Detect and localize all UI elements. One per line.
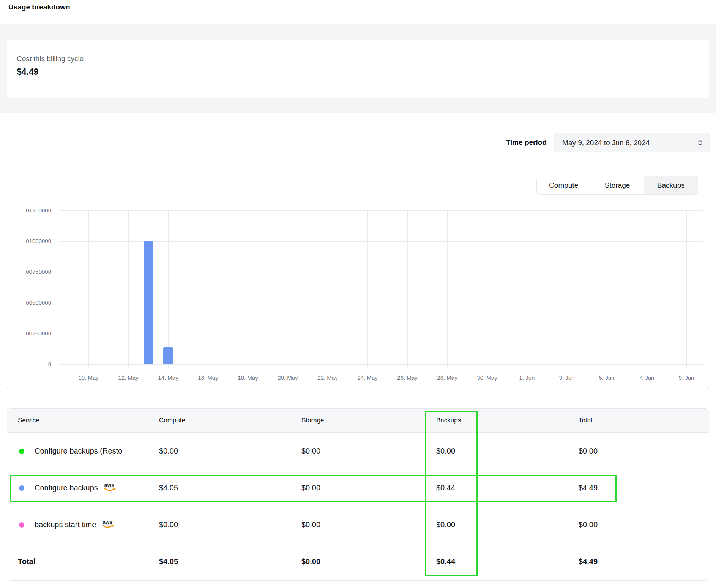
cell-compute: $0.00	[159, 433, 178, 469]
x-gridline	[248, 210, 248, 369]
cell-service: Configure backupsaws	[35, 469, 140, 506]
cell-total: $4.49	[579, 469, 598, 506]
total-row-label: Total	[18, 543, 35, 580]
service-name: Configure backups	[35, 484, 98, 492]
usage-table-body: Configure backups (Resto$0.00$0.00$0.00$…	[7, 433, 709, 580]
x-gridline	[208, 210, 208, 369]
cell-storage: $0.00	[301, 433, 320, 469]
cell-compute: $4.05	[159, 543, 178, 580]
time-period-label: Time period	[486, 138, 547, 147]
cell-compute: $4.05	[159, 469, 178, 506]
x-tick-label: 1. Jun	[507, 374, 547, 382]
x-gridline	[567, 210, 567, 369]
x-gridline	[407, 210, 408, 369]
table-row: backups start timeaws$0.00$0.00$0.00$0.0…	[7, 506, 709, 543]
x-gridline	[128, 210, 129, 369]
aws-icon: aws	[103, 482, 116, 494]
column-header-storage: Storage	[301, 409, 324, 432]
y-gridline	[60, 334, 703, 334]
y-tick-label: .00750000	[10, 268, 51, 276]
table-row: Configure backupsaws$4.05$0.00$0.44$4.49	[7, 469, 709, 506]
x-gridline	[288, 210, 288, 369]
cell-total: $0.00	[579, 506, 598, 543]
column-header-compute: Compute	[159, 409, 185, 432]
y-tick-label: .00250000	[10, 330, 51, 337]
x-tick-label: 20. May	[268, 374, 308, 382]
y-tick-label: .00500000	[10, 299, 51, 307]
x-tick-label: 3. Jun	[547, 374, 587, 382]
y-gridline	[60, 241, 703, 242]
billing-cycle-cost-value: $4.49	[17, 67, 39, 77]
column-header-total: Total	[579, 409, 592, 432]
cell-storage: $0.00	[301, 506, 320, 543]
x-gridline	[447, 210, 448, 369]
x-gridline	[607, 210, 607, 369]
x-tick-label: 10. May	[69, 374, 108, 382]
billing-cycle-cost-card: Cost this billing cycle $4.49	[7, 40, 709, 98]
cell-total: $4.49	[579, 543, 598, 580]
service-color-dot	[19, 485, 24, 491]
usage-bar[interactable]	[163, 347, 173, 364]
x-tick-label: 24. May	[348, 374, 387, 382]
column-header-backups: Backups	[436, 409, 461, 432]
cell-compute: $0.00	[159, 506, 178, 543]
x-tick-label: 22. May	[308, 374, 347, 382]
y-tick-label: .01250000	[10, 207, 51, 214]
usage-table: ServiceComputeStorageBackupsTotal Config…	[7, 408, 709, 581]
x-tick-label: 12. May	[109, 374, 148, 382]
x-gridline	[88, 210, 89, 369]
x-tick-label: 28. May	[427, 374, 467, 382]
y-tick-label: 0	[10, 360, 51, 368]
service-color-dot	[19, 449, 24, 454]
cell-backups: $0.44	[436, 469, 455, 506]
table-total-row: Total$4.05$0.00$0.44$4.49	[7, 543, 709, 580]
usage-bar[interactable]	[144, 241, 153, 364]
cell-backups: $0.44	[436, 543, 455, 580]
x-gridline	[527, 210, 527, 369]
cell-backups: $0.00	[436, 506, 455, 543]
x-tick-label: 16. May	[188, 374, 228, 382]
x-gridline	[367, 210, 368, 369]
x-tick-label: 30. May	[467, 374, 507, 382]
y-gridline	[60, 364, 703, 365]
svg-text:aws: aws	[103, 519, 113, 525]
service-name: Configure backups (Resto	[35, 447, 122, 455]
x-gridline	[168, 210, 169, 369]
summary-band: Cost this billing cycle $4.49	[0, 24, 716, 113]
x-tick-label: 9. Jun	[667, 374, 706, 382]
svg-text:aws: aws	[104, 482, 115, 488]
x-tick-label: 14. May	[148, 374, 188, 382]
x-gridline	[328, 210, 328, 369]
aws-icon: aws	[101, 519, 114, 531]
usage-chart-panel: ComputeStorageBackups .01250000.01000000…	[7, 165, 709, 390]
x-tick-label: 26. May	[388, 374, 427, 382]
service-color-dot	[19, 522, 24, 528]
x-tick-label: 7. Jun	[627, 374, 666, 382]
cell-total: $0.00	[579, 433, 598, 469]
table-row: Configure backups (Resto$0.00$0.00$0.00$…	[7, 433, 709, 469]
usage-table-header: ServiceComputeStorageBackupsTotal	[7, 409, 709, 433]
y-tick-label: .01000000	[10, 237, 51, 245]
cell-service: backups start timeaws	[35, 506, 140, 543]
service-name: backups start time	[35, 520, 96, 529]
x-gridline	[647, 210, 647, 369]
cell-storage: $0.00	[301, 469, 320, 506]
cell-service: Configure backups (Resto	[35, 433, 140, 469]
x-tick-label: 5. Jun	[587, 374, 626, 382]
y-gridline	[60, 303, 703, 303]
chart-plot: .01250000.01000000.00750000.00500000.002…	[7, 165, 709, 390]
cell-storage: $0.00	[301, 543, 320, 580]
y-gridline	[60, 272, 703, 272]
x-tick-label: 18. May	[228, 374, 268, 382]
cell-backups: $0.00	[436, 433, 455, 469]
x-gridline	[686, 210, 687, 369]
column-header-service: Service	[18, 409, 39, 432]
time-period-value: May 9, 2024 to Jun 8, 2024	[562, 139, 650, 147]
time-period-select[interactable]: May 9, 2024 to Jun 8, 2024	[554, 133, 710, 152]
chevron-up-down-icon	[697, 138, 703, 147]
page-title: Usage breakdown	[8, 3, 70, 11]
billing-cycle-cost-label: Cost this billing cycle	[17, 55, 84, 63]
y-gridline	[60, 210, 703, 211]
x-gridline	[487, 210, 487, 369]
